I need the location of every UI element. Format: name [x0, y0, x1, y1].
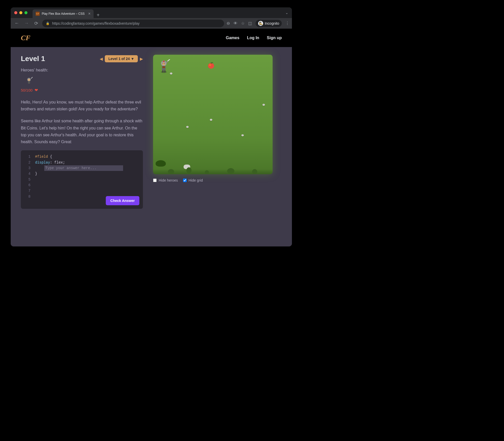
svg-point-10: [164, 63, 165, 64]
code-line-2: 2 display: flex;: [24, 160, 139, 165]
new-tab-button[interactable]: +: [94, 12, 103, 18]
story-paragraph-1: Hello, Hero! As you know, we must help A…: [21, 99, 143, 112]
right-panel: Hide heroes Hide grid: [153, 55, 282, 209]
tab-close-button[interactable]: ×: [88, 11, 91, 16]
back-button[interactable]: ←: [13, 20, 20, 27]
svg-rect-16: [164, 70, 166, 72]
game-area: Level 1 ◀ Level 1 of 24 ▼ ▶ Heroes' heal…: [11, 47, 292, 216]
level-title: Level 1: [21, 55, 45, 63]
svg-point-7: [163, 61, 165, 62]
code-line-4: 4 }: [24, 171, 139, 177]
field-controls: Hide heroes Hide grid: [153, 178, 282, 182]
nav-signup[interactable]: Sign up: [267, 36, 282, 40]
browser-tab[interactable]: CF Play Flex Box Adventure – CSS ×: [33, 9, 94, 18]
rock-icon: [241, 134, 244, 136]
code-line-1: 1 #field {: [24, 154, 139, 159]
window-minimize-button[interactable]: [19, 11, 22, 14]
tab-favicon: CF: [36, 12, 40, 16]
code-line-5: 5: [24, 177, 139, 182]
code-editor: 1 #field { 2 display: flex; 3 Type your …: [21, 150, 143, 209]
answer-input[interactable]: Type your answer here...: [44, 165, 123, 171]
reload-button[interactable]: ⟳: [33, 20, 40, 27]
url-text: https://codingfantasy.com/games/flexboxa…: [52, 21, 140, 25]
toolbar-right: ⊖ 👁 ☆ ◫ 🕵 Incognito ⋮: [227, 20, 289, 27]
forward-button[interactable]: →: [23, 20, 30, 27]
svg-rect-2: [28, 81, 30, 84]
hide-heroes-control[interactable]: Hide heroes: [153, 178, 178, 182]
tab-title: Play Flex Box Adventure – CSS: [42, 12, 85, 16]
svg-point-18: [209, 64, 211, 66]
address-bar[interactable]: 🔒 https://codingfantasy.com/games/flexbo…: [42, 20, 224, 27]
level-selector: ◀ Level 1 of 24 ▼ ▶: [100, 55, 143, 62]
level-header: Level 1 ◀ Level 1 of 24 ▼ ▶: [21, 55, 143, 63]
level-next-button[interactable]: ▶: [140, 56, 143, 61]
incognito-icon: 🕵: [258, 21, 263, 26]
svg-rect-12: [162, 66, 165, 68]
svg-line-3: [31, 77, 33, 79]
nav-games[interactable]: Games: [226, 36, 239, 40]
rock-icon: [210, 119, 212, 121]
eye-blocked-icon[interactable]: 👁: [233, 21, 238, 26]
code-line-3: 3 Type your answer here...: [24, 165, 139, 171]
game-field: [153, 55, 273, 174]
health-label: Heroes' health:: [21, 68, 143, 72]
incognito-badge[interactable]: 🕵 Incognito: [256, 20, 282, 27]
hide-grid-label: Hide grid: [189, 178, 203, 182]
code-line-7: 7: [24, 188, 139, 194]
rock-icon: [262, 104, 265, 106]
bookmark-icon[interactable]: ☆: [241, 21, 245, 26]
incognito-label: Incognito: [265, 21, 279, 25]
heart-icon: ❤: [35, 88, 38, 93]
traffic-lights: [14, 11, 27, 14]
titlebar: CF Play Flex Box Adventure – CSS × + ⌄: [11, 7, 292, 18]
knight-sprite: [158, 59, 172, 74]
svg-point-17: [208, 63, 214, 69]
svg-line-14: [167, 61, 168, 62]
level-dropdown[interactable]: Level 1 of 24 ▼: [105, 55, 138, 62]
tabs-dropdown-button[interactable]: ⌄: [285, 11, 288, 15]
svg-point-9: [163, 63, 163, 64]
window-maximize-button[interactable]: [24, 11, 27, 14]
svg-rect-15: [162, 70, 164, 72]
browser-window: CF Play Flex Box Adventure – CSS × + ⌄ ←…: [11, 7, 292, 246]
left-panel: Level 1 ◀ Level 1 of 24 ▼ ▶ Heroes' heal…: [21, 55, 143, 209]
hide-grid-control[interactable]: Hide grid: [183, 178, 203, 182]
site-logo[interactable]: CF: [21, 34, 30, 42]
zoom-icon[interactable]: ⊖: [227, 21, 230, 26]
rock-icon: [170, 72, 172, 75]
menu-icon[interactable]: ⋮: [285, 21, 289, 26]
health-text: 50/100: [21, 88, 33, 92]
nav-login[interactable]: Log In: [247, 36, 259, 40]
svg-point-4: [161, 71, 167, 73]
rock-icon: [186, 126, 189, 128]
panel-icon[interactable]: ◫: [248, 21, 252, 26]
hide-grid-checkbox[interactable]: [183, 179, 187, 182]
window-close-button[interactable]: [14, 11, 17, 14]
level-prev-button[interactable]: ◀: [100, 56, 103, 61]
nav-links: Games Log In Sign up: [226, 36, 282, 40]
svg-point-1: [28, 79, 30, 81]
lock-icon: 🔒: [46, 22, 50, 25]
tabs: CF Play Flex Box Adventure – CSS × +: [33, 7, 103, 18]
hero-sprite-small: [25, 77, 34, 86]
grass-decoration: [153, 161, 273, 174]
page-content[interactable]: CF Games Log In Sign up Level 1 ◀ Level …: [11, 29, 292, 246]
check-answer-button[interactable]: Check Answer: [106, 196, 139, 205]
hide-heroes-checkbox[interactable]: [153, 179, 157, 182]
hide-heroes-label: Hide heroes: [159, 178, 178, 182]
story-paragraph-2: Seems like Arthur lost some health after…: [21, 117, 143, 145]
toolbar: ← → ⟳ 🔒 https://codingfantasy.com/games/…: [11, 18, 292, 29]
apple-sprite: [207, 61, 215, 69]
svg-point-8: [162, 62, 165, 65]
page-header: CF Games Log In Sign up: [11, 29, 292, 47]
code-line-6: 6: [24, 182, 139, 188]
health-value: 50/100 ❤: [21, 88, 143, 93]
